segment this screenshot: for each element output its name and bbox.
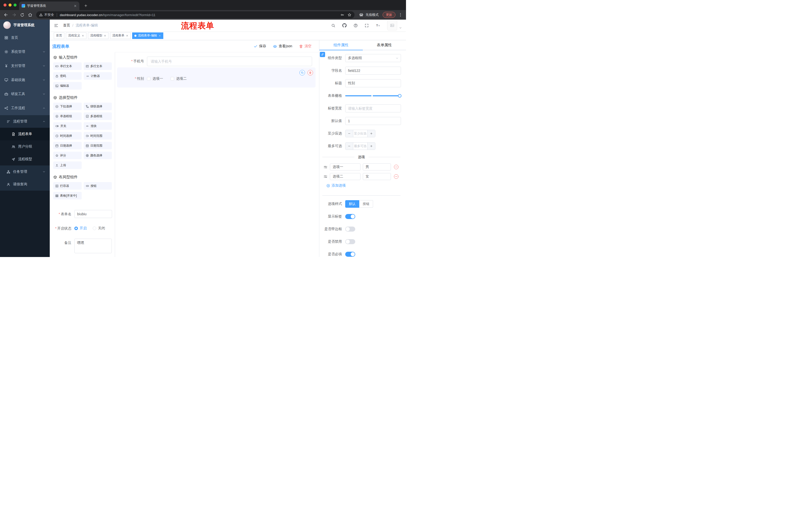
view-json-button[interactable]: 查看json [273, 44, 292, 49]
tag-close-icon[interactable] [126, 34, 128, 37]
tag-process-model[interactable]: 流程模型 [88, 32, 109, 39]
avatar[interactable] [387, 20, 397, 30]
palette-item-date-picker[interactable]: 日期选择 [53, 142, 82, 150]
sidebar-item-workflow[interactable]: 工作流程 [0, 101, 50, 115]
component-type-select[interactable]: 多选框组 [345, 54, 401, 62]
border-toggle[interactable] [345, 226, 355, 232]
palette-item-single-line-text[interactable]: 单行文本 [53, 62, 82, 70]
sidebar-item-process-form[interactable]: 流程表单 [0, 128, 50, 140]
github-icon[interactable] [342, 23, 347, 28]
style-default-button[interactable]: 默认 [345, 200, 359, 208]
design-canvas[interactable]: 手机号 性别 选项一 选项二 [115, 52, 319, 257]
help-icon[interactable] [353, 23, 358, 28]
sidebar-item-dev-tools[interactable]: 研发工具 [0, 87, 50, 101]
tag-process-definition[interactable]: 流程定义 [66, 32, 86, 39]
sidebar-logo[interactable]: 芋道管理系统 [0, 20, 50, 31]
palette-item-switch[interactable]: 开关 [53, 122, 82, 130]
palette-item-time-range[interactable]: 时间范围 [84, 132, 112, 140]
zoom-window-button[interactable] [13, 3, 17, 6]
palette-item-checkbox-group[interactable]: 多选框组 [84, 112, 112, 120]
drag-handle-icon[interactable] [323, 165, 328, 169]
save-button[interactable]: 保存 [254, 44, 266, 49]
decrease-button[interactable] [345, 142, 353, 150]
max-select-stepper[interactable]: 最多可选 [345, 142, 375, 150]
field-gender-selected[interactable]: 性别 选项一 选项二 [117, 67, 316, 87]
option-value-input[interactable] [363, 173, 391, 180]
palette-item-slider[interactable]: 滑块 [84, 122, 112, 130]
address-bar[interactable]: 不安全 dashboard.yudao.iocoder.cn/bpm/manag… [36, 11, 354, 18]
bookmark-star-icon[interactable] [347, 13, 351, 17]
palette-item-button[interactable]: 按钮 [84, 182, 112, 190]
home-icon[interactable] [27, 11, 34, 18]
drag-handle-icon[interactable] [323, 174, 328, 179]
palette-item-radio-group[interactable]: 单选框组 [53, 112, 82, 120]
option-value-input[interactable] [363, 163, 391, 170]
delete-field-button[interactable] [308, 70, 313, 76]
option-name-input[interactable] [330, 173, 360, 180]
gender-option-1-checkbox[interactable]: 选项一 [147, 77, 163, 81]
duplicate-field-button[interactable] [299, 70, 305, 76]
remove-option-button[interactable] [394, 174, 399, 179]
palette-item-select[interactable]: 下拉选择 [53, 103, 82, 110]
disabled-toggle[interactable] [345, 239, 355, 244]
gender-option-2-checkbox[interactable]: 选项二 [171, 77, 187, 81]
sidebar-item-user-groups[interactable]: 用户分组 [0, 140, 50, 153]
sidebar-item-system[interactable]: 系统管理 [0, 45, 50, 59]
form-name-input[interactable] [75, 210, 112, 218]
slider-handle[interactable] [398, 94, 402, 98]
min-select-stepper[interactable]: 至少应选 [345, 130, 375, 137]
sidebar-item-process-management[interactable]: 流程管理 [0, 115, 50, 128]
palette-item-counter[interactable]: 计数器 [84, 72, 112, 80]
required-toggle[interactable] [345, 252, 355, 257]
browser-menu-icon[interactable] [398, 12, 404, 18]
decrease-button[interactable] [345, 130, 353, 137]
palette-item-editor[interactable]: 编辑器 [53, 82, 82, 89]
palette-item-cascader[interactable]: 级联选择 [84, 103, 112, 110]
browser-tab[interactable]: 芋道管理系统 [19, 1, 79, 10]
option-name-input[interactable] [330, 163, 360, 170]
tag-close-icon[interactable] [104, 34, 106, 37]
sidebar-item-payment[interactable]: 支付管理 [0, 59, 50, 73]
palette-item-row-container[interactable]: 行容器 [53, 182, 82, 190]
back-icon[interactable] [2, 11, 9, 18]
minimize-window-button[interactable] [8, 3, 11, 6]
forward-icon[interactable] [10, 11, 18, 18]
default-value-input[interactable] [345, 117, 401, 125]
security-chip[interactable]: 不安全 [39, 12, 54, 17]
breadcrumb-home[interactable]: 首页 [63, 23, 70, 28]
palette-item-rate[interactable]: 评分 [53, 152, 82, 159]
grid-slider[interactable] [345, 94, 401, 98]
field-phone[interactable]: 手机号 [115, 57, 319, 66]
browser-update-button[interactable]: 更新 [383, 12, 396, 18]
style-button-button[interactable]: 按钮 [359, 200, 373, 208]
tag-process-form[interactable]: 流程表单 [110, 32, 130, 39]
title-input[interactable] [345, 79, 401, 87]
tab-close-icon[interactable] [74, 4, 77, 7]
max-select-value[interactable]: 最多可选 [353, 142, 368, 150]
palette-item-color-picker[interactable]: 颜色选择 [84, 152, 112, 159]
palette-item-password[interactable]: 密码 [53, 72, 82, 80]
sidebar-item-process-model[interactable]: 流程模型 [0, 153, 50, 165]
show-label-toggle[interactable] [345, 214, 355, 219]
fullscreen-icon[interactable] [365, 23, 369, 28]
remove-option-button[interactable] [394, 165, 399, 169]
increase-button[interactable] [368, 130, 375, 137]
tag-process-form-edit[interactable]: 流程表单-编辑 [132, 32, 163, 39]
status-on-radio[interactable]: 开启 [75, 226, 87, 231]
increase-button[interactable] [368, 142, 375, 150]
add-option-button[interactable]: 添加选项 [326, 182, 406, 189]
font-size-icon[interactable] [376, 23, 381, 28]
new-tab-button[interactable] [82, 2, 89, 9]
tag-close-icon[interactable] [82, 34, 84, 37]
field-name-input[interactable] [345, 66, 401, 75]
palette-item-multi-line-text[interactable]: 多行文本 [84, 62, 112, 70]
palette-item-time-picker[interactable]: 时间选择 [53, 132, 82, 140]
collapse-sidebar-icon[interactable] [54, 23, 59, 28]
doc-link-button[interactable] [320, 52, 325, 57]
min-select-value[interactable]: 至少应选 [353, 130, 368, 137]
status-off-radio[interactable]: 关闭 [93, 226, 105, 231]
tab-component-props[interactable]: 组件属性 [319, 40, 363, 50]
clear-button[interactable]: 清空 [299, 44, 312, 49]
label-width-input[interactable] [345, 104, 401, 112]
palette-item-table[interactable]: 表格[开发中] [53, 192, 82, 199]
